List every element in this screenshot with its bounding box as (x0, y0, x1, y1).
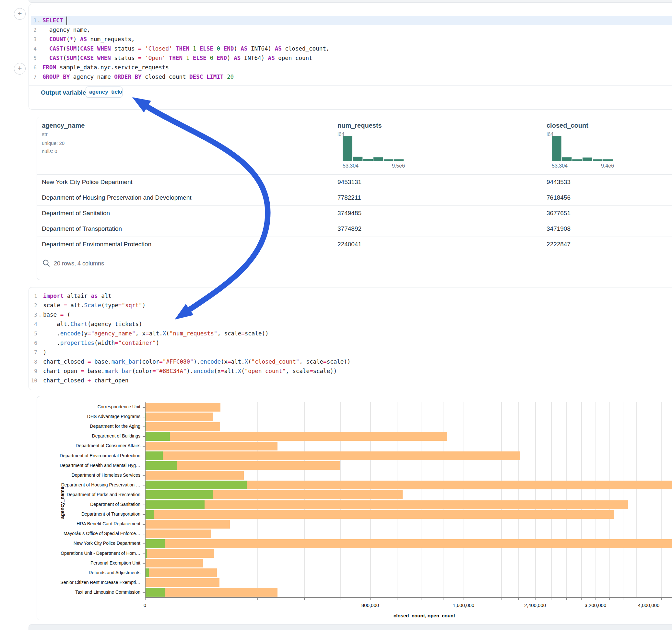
annotation-arrow (0, 0, 672, 630)
notebook-page: { "colors": { "closed_bar": "#FFC080", "… (0, 0, 672, 630)
